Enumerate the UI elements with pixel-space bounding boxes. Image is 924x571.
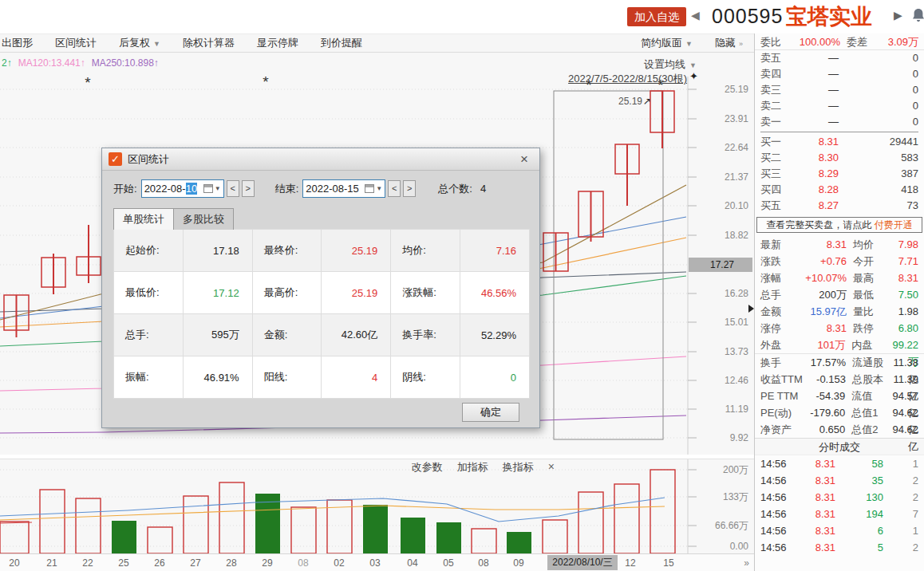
volume-bar-up <box>76 498 101 553</box>
end-date-prev-button[interactable]: < <box>388 180 401 197</box>
ok-button[interactable]: 确定 <box>462 403 519 422</box>
x-axis-tick: 05 <box>443 557 453 569</box>
menu-item-1[interactable]: 区间统计 <box>44 36 108 50</box>
price-axis-label: 15.01 <box>725 317 748 328</box>
volume-ma-line-0 <box>0 522 32 523</box>
x-axis-tick: 26 <box>154 557 164 569</box>
menu-item-2[interactable]: 后复权▼ <box>108 36 172 50</box>
price-axis-label: 22.64 <box>725 142 748 153</box>
book-volume: 418 <box>839 182 918 198</box>
stat-value: 7.50 <box>894 286 918 303</box>
stats-table-row: 最低价:17.12最高价:25.19涨跌幅:46.56% <box>114 272 530 314</box>
book-label: 买五 <box>760 198 792 214</box>
tick-time: 14:56 <box>760 506 796 522</box>
chevron-down-icon[interactable]: ▼ <box>376 185 382 192</box>
candle-body <box>578 191 603 237</box>
stat-label: PE TTM <box>760 388 809 404</box>
x-axis-tick: 08 <box>298 557 308 569</box>
date-range-label[interactable]: 2022/7/5-2022/8/15(30根) <box>568 72 687 86</box>
stat-cell-label: 阴线: <box>391 356 460 399</box>
tick-time: 14:56 <box>760 455 796 472</box>
stat-value: 7.71 <box>894 253 918 270</box>
dialog-tab-1[interactable]: 多股比较 <box>174 208 234 230</box>
end-date-next-button[interactable]: > <box>403 180 416 197</box>
add-watchlist-button[interactable]: 加入自选 <box>627 7 686 26</box>
menu-item-0[interactable]: 出图形 <box>0 36 44 50</box>
end-date-label: 结束: <box>275 182 299 196</box>
stats-table: 起始价:17.18最终价:25.19均价:7.16最低价:17.12最高价:25… <box>113 229 530 399</box>
volume-axis-label: 0.00 <box>730 541 749 552</box>
menu-right-item-0[interactable]: 简约版面▼ <box>639 36 704 50</box>
dialog-tab-0[interactable]: 单股统计 <box>113 208 174 230</box>
book-volume: 0 <box>839 82 918 98</box>
alert-bell-icon[interactable] <box>911 8 924 26</box>
stat-cell-value: 4 <box>322 356 391 399</box>
tick-price: 8.31 <box>796 472 835 489</box>
book-volume: 29441 <box>839 134 918 150</box>
x-axis-tick: 27 <box>190 557 200 569</box>
x-axis-tick: 02 <box>334 557 344 569</box>
tick-price: 8.31 <box>796 489 835 506</box>
stat-cell-label: 阳线: <box>252 356 322 399</box>
menu-item-4[interactable]: 显示停牌 <box>246 36 310 50</box>
calendar-icon[interactable] <box>365 184 374 193</box>
indicator-link-0[interactable]: 改参数 <box>412 460 443 475</box>
stat-label: 总值2 <box>851 421 892 438</box>
price-axis-label: 12.46 <box>725 375 748 386</box>
buy-queue: 买一8.3129441买二8.30583买三8.29387买四8.28418买五… <box>755 134 924 214</box>
book-price: — <box>792 66 839 82</box>
volume-axis-label: 200万 <box>723 464 748 475</box>
indicator-link-1[interactable]: 加指标 <box>457 460 488 475</box>
volume-bar-up <box>472 529 496 553</box>
stat-value: 8.31 <box>794 320 847 337</box>
panel-collapse-icon[interactable] <box>748 305 754 313</box>
volume-ma-line-1 <box>0 506 665 520</box>
tick-count: 2 <box>883 539 918 556</box>
stat-value: -179.60 <box>809 404 845 421</box>
x-axis-more-icon[interactable]: » <box>744 557 748 569</box>
x-axis-tick: 15 <box>663 557 673 569</box>
volume-bar-up <box>650 470 675 553</box>
menu-item-3[interactable]: 除权计算器 <box>172 36 246 50</box>
top-bar: 加入自选 ◀ 000595 宝塔实业 ▶ <box>0 0 924 33</box>
book-price: 8.27 <box>792 198 839 214</box>
tick-time: 14:56 <box>760 489 796 506</box>
start-date-input[interactable]: 2022-08-10 ▼ <box>141 179 224 198</box>
volume-close-icon[interactable]: × <box>548 460 555 475</box>
book-row: 卖四—0 <box>755 66 924 82</box>
close-icon[interactable]: × <box>515 152 533 167</box>
menu-right-item-1[interactable]: 隐藏» <box>704 36 754 50</box>
tick-volume: 58 <box>835 455 883 472</box>
chevron-down-icon[interactable]: ▼ <box>215 185 221 192</box>
price-axis-label: 25.19 <box>725 84 748 95</box>
dialog-title-bar[interactable]: ✓ 区间统计 × <box>102 148 539 171</box>
book-divider <box>760 132 918 132</box>
book-row: 卖一—0 <box>755 114 924 130</box>
stat-cell-value: 7.16 <box>460 230 530 272</box>
promo-pay-link[interactable]: 付费开通 <box>875 219 913 230</box>
candle-body <box>77 257 101 275</box>
price-axis-label: 9.92 <box>730 432 749 443</box>
next-stock-icon[interactable]: ▶ <box>894 9 902 22</box>
book-volume: 583 <box>839 150 918 166</box>
tick-list[interactable]: 14:568.3158114:568.3135214:568.31130214:… <box>755 455 924 556</box>
stat-cell-label: 最终价: <box>252 230 322 272</box>
menu-item-5[interactable]: 到价提醒 <box>310 36 373 50</box>
stat-value: 6.80 <box>894 320 918 337</box>
stat-value: +0.76 <box>794 253 847 270</box>
stats-table-row: 起始价:17.18最终价:25.19均价:7.16 <box>114 230 530 272</box>
pin-icon[interactable]: ✦ <box>689 70 698 82</box>
tick-price: 8.31 <box>796 539 835 556</box>
tick-volume: 194 <box>835 506 883 522</box>
volume-pane[interactable]: 200万133万66.66万0.00 改参数加指标换指标× <box>0 459 754 553</box>
start-date-prev-button[interactable]: < <box>227 180 239 197</box>
calendar-icon[interactable] <box>203 184 213 193</box>
tick-row: 14:568.3152 <box>755 539 924 556</box>
volume-bar-up <box>0 522 29 553</box>
end-date-input[interactable]: 2022-08-15 ▼ <box>302 179 385 198</box>
indicator-link-2[interactable]: 换指标 <box>503 460 534 475</box>
weibi-value: 100.00% <box>788 33 840 49</box>
dialog-tabs: 单股统计多股比较 <box>113 207 539 229</box>
prev-stock-icon[interactable]: ◀ <box>691 9 700 22</box>
start-date-next-button[interactable]: > <box>242 180 255 197</box>
